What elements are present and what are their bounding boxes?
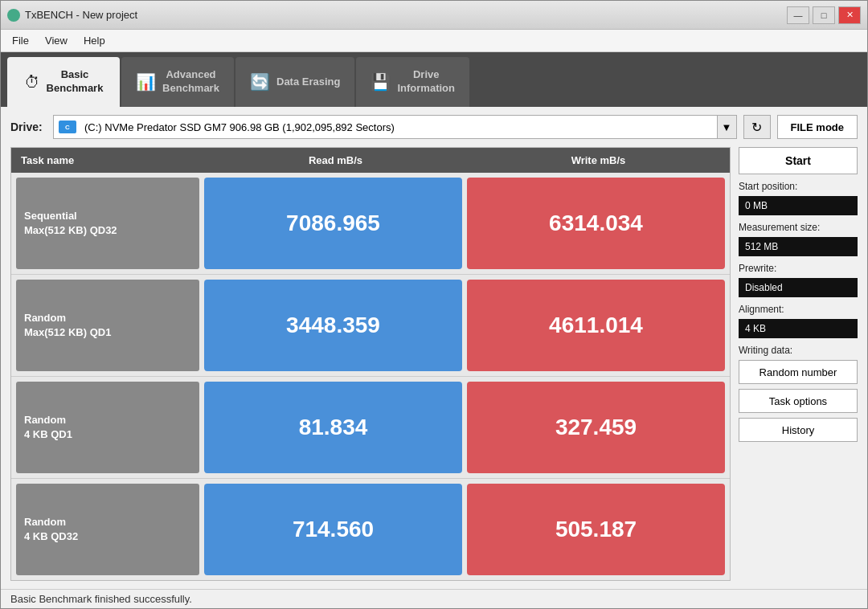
right-panel: Start Start position: 0 MB Measurement s… bbox=[739, 147, 858, 581]
write-sequential: 6314.034 bbox=[467, 178, 725, 269]
read-random-4kb-qd1: 81.834 bbox=[204, 382, 462, 473]
alignment-label: Alignment: bbox=[739, 304, 858, 315]
start-button[interactable]: Start bbox=[739, 147, 858, 174]
drive-display-text: (C:) NVMe Predator SSD GM7 906.98 GB (1,… bbox=[84, 121, 395, 133]
tab-basic-label: BasicBenchmark bbox=[47, 68, 104, 96]
main-area: Task name Read mB/s Write mB/s Sequentia… bbox=[10, 147, 858, 581]
write-random-4kb-qd32: 505.187 bbox=[467, 484, 725, 575]
measurement-size-value: 512 MB bbox=[739, 237, 858, 256]
table-row: SequentialMax(512 KB) QD32 7086.965 6314… bbox=[11, 173, 730, 275]
tab-data-erasing[interactable]: 🔄 Data Erasing bbox=[235, 57, 354, 107]
writing-data-value[interactable]: Random number bbox=[739, 360, 858, 384]
tab-erasing-label: Data Erasing bbox=[276, 76, 340, 89]
status-text: Basic Benchmark finished successfully. bbox=[10, 593, 192, 605]
history-button[interactable]: History bbox=[739, 418, 858, 442]
table-row: Random4 KB QD1 81.834 327.459 bbox=[11, 377, 730, 479]
drive-icon: 💾 bbox=[371, 72, 391, 92]
prewrite-value: Disabled bbox=[739, 278, 858, 297]
start-position-value: 0 MB bbox=[739, 196, 858, 215]
read-sequential: 7086.965 bbox=[204, 178, 462, 269]
alignment-value: 4 KB bbox=[739, 319, 858, 338]
task-options-button[interactable]: Task options bbox=[739, 389, 858, 413]
header-task-name: Task name bbox=[11, 148, 204, 173]
drive-chip-icon: C bbox=[59, 121, 76, 133]
status-bar: Basic Benchmark finished successfully. bbox=[1, 589, 867, 608]
tab-drive-label: DriveInformation bbox=[397, 68, 455, 96]
drive-label: Drive: bbox=[10, 121, 47, 133]
prewrite-label: Prewrite: bbox=[739, 263, 858, 274]
header-write: Write mB/s bbox=[467, 148, 730, 173]
tab-advanced-benchmark[interactable]: 📊 AdvancedBenchmark bbox=[121, 57, 234, 107]
start-position-label: Start position: bbox=[739, 181, 858, 192]
drive-row: Drive: C (C:) NVMe Predator SSD GM7 906.… bbox=[10, 115, 858, 139]
tab-bar: ⏱ BasicBenchmark 📊 AdvancedBenchmark 🔄 D… bbox=[1, 52, 867, 107]
menu-help[interactable]: Help bbox=[76, 31, 113, 50]
table-header: Task name Read mB/s Write mB/s bbox=[11, 148, 730, 173]
drive-dropdown-arrow[interactable]: ▼ bbox=[718, 115, 737, 139]
refresh-button[interactable]: ↻ bbox=[743, 115, 771, 139]
task-sequential: SequentialMax(512 KB) QD32 bbox=[16, 178, 199, 269]
menu-view[interactable]: View bbox=[37, 31, 76, 50]
tab-drive-information[interactable]: 💾 DriveInformation bbox=[356, 57, 469, 107]
task-random-512kb: RandomMax(512 KB) QD1 bbox=[16, 280, 199, 371]
write-random-512kb: 4611.014 bbox=[467, 280, 725, 371]
table-body: SequentialMax(512 KB) QD32 7086.965 6314… bbox=[11, 173, 730, 580]
file-mode-button[interactable]: FILE mode bbox=[777, 115, 858, 139]
drive-selector-wrapper: C (C:) NVMe Predator SSD GM7 906.98 GB (… bbox=[53, 115, 737, 139]
minimize-button[interactable]: — bbox=[787, 6, 809, 24]
content-area: Drive: C (C:) NVMe Predator SSD GM7 906.… bbox=[1, 107, 867, 589]
read-random-512kb: 3448.359 bbox=[204, 280, 462, 371]
clock-icon: ⏱ bbox=[24, 73, 40, 92]
benchmark-table: Task name Read mB/s Write mB/s Sequentia… bbox=[10, 147, 731, 581]
menu-file[interactable]: File bbox=[4, 31, 37, 50]
task-random-4kb-qd32: Random4 KB QD32 bbox=[16, 484, 199, 575]
app-icon bbox=[7, 9, 20, 22]
title-bar-left: TxBENCH - New project bbox=[7, 9, 137, 22]
close-button[interactable]: ✕ bbox=[838, 6, 861, 24]
tab-basic-benchmark[interactable]: ⏱ BasicBenchmark bbox=[7, 57, 120, 107]
main-window: TxBENCH - New project — □ ✕ File View He… bbox=[0, 0, 868, 609]
erase-icon: 🔄 bbox=[250, 72, 270, 92]
writing-data-label: Writing data: bbox=[739, 345, 858, 356]
header-read: Read mB/s bbox=[204, 148, 467, 173]
tab-advanced-label: AdvancedBenchmark bbox=[162, 68, 219, 96]
drive-select-display[interactable]: C (C:) NVMe Predator SSD GM7 906.98 GB (… bbox=[53, 115, 718, 139]
window-title: TxBENCH - New project bbox=[25, 9, 137, 21]
measurement-size-label: Measurement size: bbox=[739, 222, 858, 233]
maximize-button[interactable]: □ bbox=[813, 6, 835, 24]
title-bar: TxBENCH - New project — □ ✕ bbox=[1, 1, 867, 30]
read-random-4kb-qd32: 714.560 bbox=[204, 484, 462, 575]
chart-icon: 📊 bbox=[136, 72, 156, 92]
task-random-4kb-qd1: Random4 KB QD1 bbox=[16, 382, 199, 473]
table-row: Random4 KB QD32 714.560 505.187 bbox=[11, 479, 730, 580]
table-row: RandomMax(512 KB) QD1 3448.359 4611.014 bbox=[11, 275, 730, 377]
write-random-4kb-qd1: 327.459 bbox=[467, 382, 725, 473]
menu-bar: File View Help bbox=[1, 30, 867, 52]
title-controls: — □ ✕ bbox=[787, 6, 861, 24]
